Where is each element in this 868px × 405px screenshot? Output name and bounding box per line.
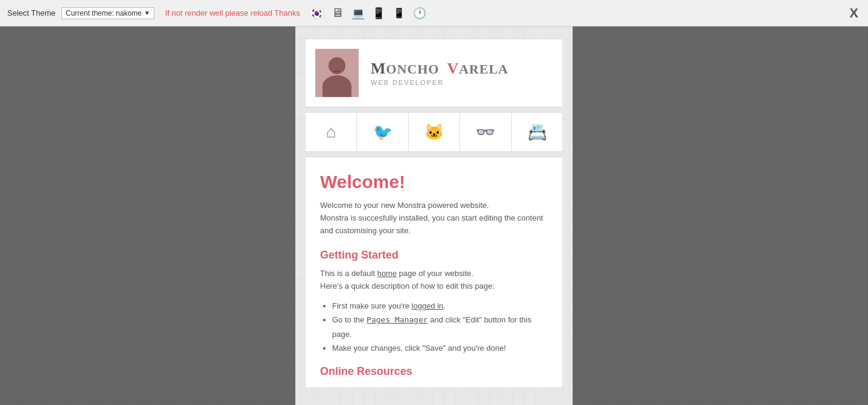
theme-select-dropdown[interactable]: Current theme: nakome ▼ bbox=[61, 7, 154, 19]
home-icon: ⌂ bbox=[326, 122, 336, 142]
nav-icons-bar: ⌂ 🐦 🐱 👓 📇 bbox=[305, 112, 563, 152]
name-second-letter: V bbox=[447, 60, 459, 77]
getting-started-intro: This is a default home page of your webs… bbox=[320, 268, 548, 293]
nav-cat[interactable]: 🐱 bbox=[409, 113, 460, 151]
iphone-icon[interactable]: 📱 bbox=[391, 5, 407, 22]
ipad-icon[interactable]: 📱 bbox=[370, 5, 387, 22]
welcome-body: Welcome to your new Monstra powered webs… bbox=[320, 199, 548, 237]
main-content: Welcome! Welcome to your new Monstra pow… bbox=[305, 157, 563, 388]
online-resources-title: Online Resources bbox=[320, 365, 548, 378]
home-link[interactable]: home bbox=[377, 269, 397, 278]
nav-twitter[interactable]: 🐦 bbox=[357, 113, 408, 151]
profile-info: MONCHO VARELA Web Developer bbox=[371, 60, 553, 86]
instruction-3: Make your changes, click "Save" and you'… bbox=[332, 341, 548, 355]
cat-icon: 🐱 bbox=[424, 123, 444, 142]
glasses-icon: 👓 bbox=[476, 123, 495, 142]
instruction-1: First make sure you're logged in. bbox=[332, 299, 548, 313]
profile-subtitle: Web Developer bbox=[371, 79, 553, 86]
getting-started-title: Getting Started bbox=[320, 249, 548, 262]
preview-scroll[interactable]: — MONCHO VARELA Web Developer ⌂ 🐦 bbox=[295, 27, 573, 405]
site-content: — MONCHO VARELA Web Developer ⌂ 🐦 bbox=[295, 27, 573, 405]
preview-area: — MONCHO VARELA Web Developer ⌂ 🐦 bbox=[0, 27, 868, 405]
contact-icon: 📇 bbox=[527, 123, 547, 142]
theme-select-value: Current theme: nakome bbox=[66, 9, 142, 17]
reload-notice: If not render well please reload Thanks bbox=[165, 8, 300, 17]
nav-glasses[interactable]: 👓 bbox=[460, 113, 511, 151]
glasses-overlay: — bbox=[334, 67, 341, 74]
twitter-icon: 🐦 bbox=[373, 123, 392, 142]
toolbar: Select Theme Current theme: nakome ▼ If … bbox=[0, 0, 868, 27]
logged-in-link[interactable]: logged in bbox=[412, 301, 444, 310]
flag-icon[interactable]: 🇰🇷 bbox=[309, 5, 326, 22]
select-theme-label: Select Theme bbox=[7, 8, 55, 17]
welcome-title: Welcome! bbox=[320, 172, 548, 192]
history-icon[interactable]: 🕐 bbox=[411, 5, 428, 22]
macbook-icon[interactable]: 💻 bbox=[350, 5, 366, 22]
name-first-letter: M bbox=[371, 60, 386, 77]
chevron-down-icon: ▼ bbox=[144, 10, 150, 16]
nav-home[interactable]: ⌂ bbox=[306, 113, 357, 151]
profile-photo: — bbox=[315, 49, 359, 97]
imac-icon[interactable]: 🖥 bbox=[329, 5, 346, 22]
pages-manager-link[interactable]: Pages Manager bbox=[366, 315, 428, 324]
close-button[interactable]: X bbox=[849, 5, 858, 21]
profile-name: MONCHO VARELA bbox=[371, 60, 553, 78]
profile-card: — MONCHO VARELA Web Developer bbox=[305, 39, 563, 107]
instruction-2: Go to the Pages Manager and click "Edit"… bbox=[332, 313, 548, 341]
nav-contact[interactable]: 📇 bbox=[512, 113, 562, 151]
device-icons-group: 🇰🇷 🖥 💻 📱 📱 🕐 bbox=[309, 5, 428, 22]
instructions-list: First make sure you're logged in. Go to … bbox=[332, 299, 548, 356]
